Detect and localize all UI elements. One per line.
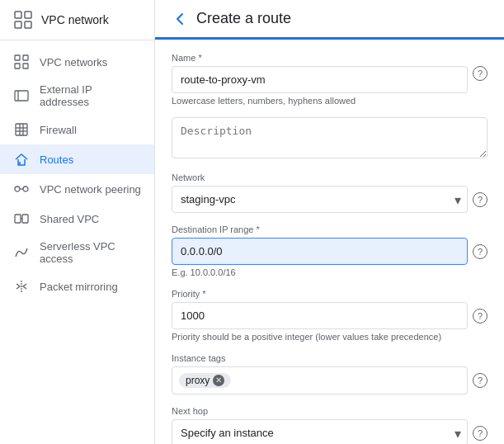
tag-remove-button[interactable]: ✕ bbox=[213, 375, 224, 386]
sidebar-item-label: Firewall bbox=[40, 124, 77, 136]
svg-rect-8 bbox=[15, 91, 28, 101]
serverless-vpc-icon bbox=[13, 244, 30, 261]
sidebar-item-routes[interactable]: Routes bbox=[0, 144, 154, 174]
description-group bbox=[172, 117, 488, 161]
next-hop-label: Next hop bbox=[172, 406, 488, 416]
description-input[interactable] bbox=[172, 117, 488, 158]
svg-point-17 bbox=[23, 187, 28, 191]
svg-rect-7 bbox=[23, 64, 28, 68]
page-title: Create a route bbox=[196, 10, 291, 27]
network-select[interactable]: staging-vpc bbox=[172, 186, 468, 213]
sidebar: VPC network VPC networks bbox=[0, 0, 155, 444]
sidebar-item-packet-mirroring[interactable]: Packet mirroring bbox=[0, 272, 154, 301]
name-label: Name bbox=[172, 53, 468, 63]
sidebar-item-firewall[interactable]: Firewall bbox=[0, 115, 154, 144]
sidebar-item-label: Shared VPC bbox=[40, 213, 99, 225]
shared-vpc-icon bbox=[13, 210, 30, 227]
name-group: Name ? Lowercase letters, numbers, hyphe… bbox=[172, 53, 488, 106]
svg-rect-4 bbox=[15, 55, 20, 60]
page-header: Create a route bbox=[155, 0, 504, 40]
vpc-network-icon bbox=[13, 10, 33, 30]
sidebar-title: VPC network bbox=[41, 13, 109, 26]
packet-mirroring-icon bbox=[13, 278, 30, 295]
svg-rect-10 bbox=[16, 124, 27, 135]
network-help-icon[interactable]: ? bbox=[473, 192, 488, 207]
destination-hint: E.g. 10.0.0.0/16 bbox=[172, 267, 488, 277]
network-group: Network staging-vpc ▾ ? bbox=[172, 172, 488, 213]
instance-tags-group: Instance tags proxy ✕ ? bbox=[172, 353, 488, 394]
sidebar-item-label: External IP addresses bbox=[40, 83, 141, 108]
network-label: Network bbox=[172, 172, 488, 182]
sidebar-nav: VPC networks External IP addresses bbox=[0, 40, 154, 444]
destination-input[interactable] bbox=[172, 238, 468, 265]
svg-point-16 bbox=[15, 187, 20, 191]
vpc-networks-icon bbox=[13, 54, 30, 70]
name-input[interactable] bbox=[172, 66, 468, 93]
next-hop-select[interactable]: Specify an instance bbox=[172, 419, 468, 444]
sidebar-item-label: Serverless VPC access bbox=[40, 240, 141, 265]
sidebar-header: VPC network bbox=[0, 0, 154, 40]
sidebar-item-vpc-networks[interactable]: VPC networks bbox=[0, 47, 154, 77]
priority-help-icon[interactable]: ? bbox=[473, 309, 488, 324]
main-content: Create a route Name ? Lowercase letters,… bbox=[155, 0, 504, 444]
sidebar-item-shared-vpc[interactable]: Shared VPC bbox=[0, 204, 154, 234]
tags-help-icon[interactable]: ? bbox=[473, 373, 488, 388]
svg-rect-6 bbox=[15, 64, 20, 68]
sidebar-item-label: Packet mirroring bbox=[40, 281, 118, 293]
tag-label: proxy bbox=[186, 375, 210, 386]
routes-icon bbox=[13, 151, 30, 168]
name-hint: Lowercase letters, numbers, hyphens allo… bbox=[172, 96, 488, 106]
next-hop-group: Next hop Specify an instance ▾ ? bbox=[172, 406, 488, 444]
destination-label: Destination IP range bbox=[172, 224, 488, 234]
proxy-tag: proxy ✕ bbox=[179, 373, 231, 388]
priority-label: Priority bbox=[172, 289, 488, 299]
priority-hint: Priority should be a positive integer (l… bbox=[172, 332, 488, 342]
sidebar-item-label: Routes bbox=[40, 154, 73, 166]
sidebar-item-serverless-vpc[interactable]: Serverless VPC access bbox=[0, 234, 154, 272]
svg-rect-19 bbox=[15, 215, 21, 223]
destination-help-icon[interactable]: ? bbox=[473, 244, 488, 259]
tag-container[interactable]: proxy ✕ bbox=[172, 366, 468, 394]
sidebar-item-external-ip[interactable]: External IP addresses bbox=[0, 77, 154, 115]
svg-rect-5 bbox=[23, 55, 28, 60]
destination-group: Destination IP range ? E.g. 10.0.0.0/16 bbox=[172, 224, 488, 277]
firewall-icon bbox=[13, 121, 30, 138]
external-ip-icon bbox=[13, 87, 30, 104]
sidebar-item-label: VPC network peering bbox=[40, 183, 141, 196]
sidebar-item-vpc-peering[interactable]: VPC network peering bbox=[0, 174, 154, 204]
priority-group: Priority ? Priority should be a positive… bbox=[172, 289, 488, 342]
vpc-peering-icon bbox=[13, 181, 30, 197]
instance-tags-label: Instance tags bbox=[172, 353, 488, 363]
form-body: Name ? Lowercase letters, numbers, hyphe… bbox=[155, 40, 504, 444]
svg-rect-20 bbox=[22, 215, 28, 223]
name-help-icon[interactable]: ? bbox=[473, 66, 488, 81]
svg-rect-2 bbox=[15, 21, 21, 28]
svg-rect-1 bbox=[25, 12, 31, 18]
back-button[interactable] bbox=[172, 11, 188, 27]
sidebar-item-label: VPC networks bbox=[40, 56, 107, 68]
svg-rect-3 bbox=[25, 21, 31, 28]
priority-input[interactable] bbox=[172, 302, 468, 329]
svg-rect-0 bbox=[15, 12, 21, 18]
next-hop-help-icon[interactable]: ? bbox=[473, 426, 488, 441]
